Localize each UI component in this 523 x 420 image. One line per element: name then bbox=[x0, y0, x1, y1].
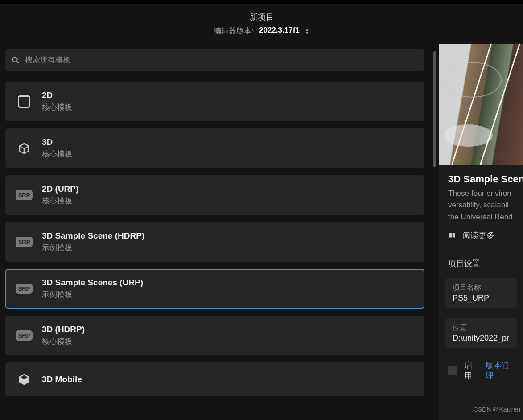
project-name-label: 项目名称 bbox=[453, 283, 510, 292]
template-card-3d[interactable]: 3D 核心模板 bbox=[5, 128, 424, 168]
template-title: 3D bbox=[42, 137, 72, 147]
template-card-3d-mobile[interactable]: 3D Mobile bbox=[5, 362, 424, 396]
srp-badge-icon: SRP bbox=[16, 328, 32, 344]
version-value[interactable]: 2022.3.17f1 bbox=[259, 26, 300, 36]
details-title: 3D Sample Scen bbox=[448, 173, 514, 185]
template-list-panel: 2D 核心模板 3D 核心模板 SRP 2D (URP) 核心模板 bbox=[0, 44, 439, 420]
template-preview-image bbox=[439, 44, 523, 165]
cube-icon bbox=[16, 140, 32, 156]
svg-line-1 bbox=[16, 61, 19, 63]
template-title: 2D bbox=[42, 91, 72, 100]
project-name-value: PS5_URP bbox=[453, 293, 510, 303]
template-subtitle: 核心模板 bbox=[42, 149, 72, 159]
template-title: 3D Sample Scene (HDRP) bbox=[42, 231, 144, 241]
template-subtitle: 核心模板 bbox=[42, 336, 85, 346]
svg-rect-3 bbox=[453, 233, 455, 238]
template-card-3d-sample-hdrp[interactable]: SRP 3D Sample Scene (HDRP) 示例模板 bbox=[5, 222, 424, 262]
svg-rect-2 bbox=[449, 233, 452, 238]
template-subtitle: 示例模板 bbox=[42, 289, 143, 300]
template-subtitle: 示例模板 bbox=[42, 243, 144, 253]
settings-title: 项目设置 bbox=[439, 249, 523, 273]
book-icon bbox=[448, 231, 456, 239]
watermark: CSDN @Kaitiren bbox=[474, 406, 520, 413]
search-box[interactable] bbox=[5, 49, 424, 71]
template-subtitle: 核心模板 bbox=[42, 196, 78, 206]
vc-link[interactable]: 版本管理 bbox=[486, 360, 514, 381]
search-icon bbox=[12, 56, 20, 64]
details-description: These four environ versatility, scalabil… bbox=[448, 188, 514, 223]
location-label: 位置 bbox=[453, 323, 510, 333]
srp-badge-icon: SRP bbox=[16, 234, 32, 250]
vc-checkbox[interactable] bbox=[448, 366, 457, 375]
version-label: 编辑器版本: bbox=[214, 26, 254, 36]
srp-badge-icon: SRP bbox=[16, 281, 32, 297]
vc-enable-label: 启用 bbox=[464, 360, 478, 381]
page-title: 新项目 bbox=[250, 12, 274, 22]
template-card-2d[interactable]: 2D 核心模板 bbox=[5, 82, 424, 121]
svg-point-0 bbox=[12, 57, 17, 62]
version-stepper-icon[interactable]: ▲▼ bbox=[305, 28, 309, 34]
template-title: 3D (HDRP) bbox=[42, 325, 85, 334]
search-input[interactable] bbox=[25, 56, 418, 65]
template-subtitle: 核心模板 bbox=[42, 102, 72, 112]
cube-icon bbox=[16, 371, 32, 387]
square-icon bbox=[16, 94, 32, 110]
template-card-2d-urp[interactable]: SRP 2D (URP) 核心模板 bbox=[5, 175, 424, 215]
version-control-row: 启用 版本管理 bbox=[439, 354, 523, 387]
read-more-link[interactable]: 阅读更多 bbox=[439, 230, 523, 249]
srp-badge-icon: SRP bbox=[16, 187, 32, 203]
version-row: 编辑器版本: 2022.3.17f1 ▲▼ bbox=[214, 26, 309, 36]
read-more-label: 阅读更多 bbox=[462, 230, 494, 241]
template-title: 3D Mobile bbox=[42, 375, 82, 384]
template-title: 2D (URP) bbox=[42, 184, 78, 194]
location-value: D:\unity2022_pr bbox=[453, 334, 510, 343]
header: 新项目 编辑器版本: 2022.3.17f1 ▲▼ bbox=[0, 0, 523, 44]
scrollbar[interactable] bbox=[433, 51, 436, 167]
template-title: 3D Sample Scenes (URP) bbox=[42, 278, 143, 288]
details-panel: 3D Sample Scen These four environ versat… bbox=[439, 44, 523, 420]
template-card-3d-hdrp[interactable]: SRP 3D (HDRP) 核心模板 bbox=[5, 316, 424, 355]
project-name-field[interactable]: 项目名称 PS5_URP bbox=[445, 278, 517, 308]
template-card-3d-sample-urp[interactable]: SRP 3D Sample Scenes (URP) 示例模板 bbox=[5, 269, 424, 309]
location-field[interactable]: 位置 D:\unity2022_pr bbox=[445, 318, 517, 348]
